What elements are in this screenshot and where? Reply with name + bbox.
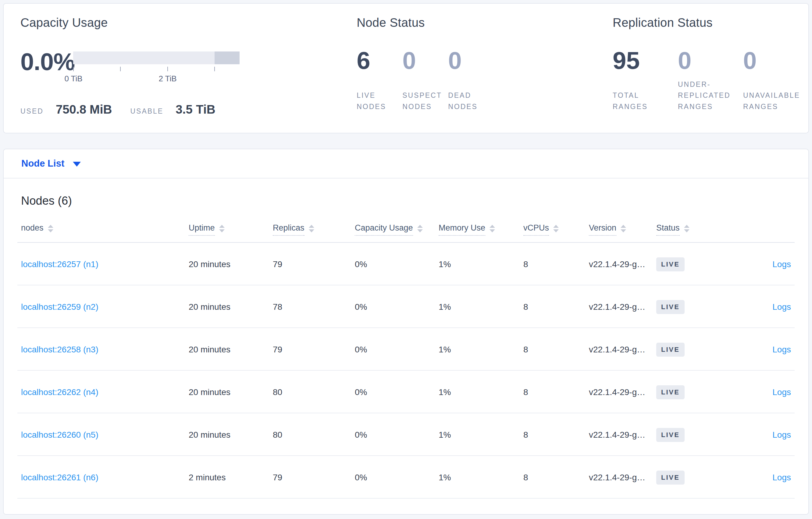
replicas-cell: 79 [273, 345, 355, 355]
table-row: localhost:26259 (n2) 20 minutes 78 0% 1%… [18, 285, 794, 328]
logs-link[interactable]: Logs [772, 260, 791, 269]
vcpus-cell: 8 [523, 345, 589, 355]
capacity-cell: 0% [355, 345, 439, 355]
nodes-table-area: Nodes (6) nodes Uptime Replicas Capacity… [4, 194, 808, 498]
nodes-count-heading: Nodes (6) [21, 194, 794, 207]
node-cell: localhost:26259 (n2) [18, 302, 189, 312]
replication-status-title: Replication Status [613, 16, 808, 30]
status-badge: LIVE [656, 300, 685, 314]
header-version[interactable]: Version [589, 223, 656, 236]
node-list-dropdown-label: Node List [21, 158, 64, 169]
table-row: localhost:26262 (n4) 20 minutes 80 0% 1%… [18, 371, 794, 413]
node-cell: localhost:26258 (n3) [18, 345, 189, 355]
sort-icon [417, 225, 423, 233]
status-cell: LIVE [656, 385, 724, 399]
node-list-panel: Node List Nodes (6) nodes Uptime Replica… [3, 149, 809, 515]
logs-cell: Logs [724, 388, 794, 397]
table-row: localhost:26257 (n1) 20 minutes 79 0% 1%… [18, 243, 794, 285]
logs-cell: Logs [724, 473, 794, 483]
logs-link[interactable]: Logs [772, 345, 791, 355]
status-cell: LIVE [656, 428, 724, 442]
unavailable-ranges-label-text: UNAVAILABLE RANGES [743, 90, 804, 112]
header-nodes-label: nodes [21, 223, 44, 235]
uptime-cell: 20 minutes [189, 260, 273, 269]
logs-cell: Logs [724, 260, 794, 269]
memory-cell: 1% [439, 302, 523, 312]
node-link[interactable]: localhost:26258 (n3) [21, 345, 98, 354]
uptime-cell: 20 minutes [189, 388, 273, 397]
axis-label-zero: 0 TiB [57, 74, 90, 84]
sort-icon [684, 225, 690, 233]
header-status[interactable]: Status [656, 223, 724, 236]
capacity-usage-title: Capacity Usage [21, 16, 343, 30]
version-cell: v22.1.4-29-g… [589, 388, 656, 397]
table-row: localhost:26258 (n3) 20 minutes 79 0% 1%… [18, 328, 794, 371]
capacity-axis-ticks [73, 67, 239, 72]
total-ranges-label-text: TOTAL RANGES [613, 90, 674, 112]
sort-icon [553, 225, 559, 233]
node-list-dropdown[interactable]: Node List [4, 149, 808, 179]
total-ranges-label: TOTAL RANGES [613, 90, 678, 112]
dead-nodes-label-text: DEAD NODES [448, 90, 494, 112]
node-status-title: Node Status [357, 16, 599, 30]
memory-cell: 1% [439, 388, 523, 397]
live-nodes-label-text: LIVE NODES [357, 90, 402, 112]
logs-link[interactable]: Logs [772, 388, 791, 397]
logs-link[interactable]: Logs [772, 473, 791, 483]
capacity-usage-section: Capacity Usage 0.0% 0 TiB 2 TiB [4, 4, 343, 133]
logs-link[interactable]: Logs [772, 430, 791, 440]
sort-icon [309, 225, 314, 233]
header-memory-use-label: Memory Use [439, 223, 485, 236]
header-nodes[interactable]: nodes [18, 223, 189, 235]
replicas-cell: 80 [273, 430, 355, 440]
memory-cell: 1% [439, 430, 523, 440]
memory-cell: 1% [439, 473, 523, 483]
vcpus-cell: 8 [523, 473, 589, 483]
capacity-cell: 0% [355, 473, 439, 483]
sort-icon [48, 225, 53, 233]
nodes-table-header-row: nodes Uptime Replicas Capacity Usage Mem… [18, 223, 794, 243]
node-cell: localhost:26262 (n4) [18, 388, 189, 397]
suspect-nodes-label-text: SUSPECT NODES [402, 90, 448, 112]
status-badge: LIVE [656, 428, 685, 442]
status-cell: LIVE [656, 300, 724, 314]
status-cell: LIVE [656, 470, 724, 485]
axis-tick [73, 67, 74, 71]
replicas-cell: 80 [273, 388, 355, 397]
logs-link[interactable]: Logs [772, 302, 791, 312]
node-link[interactable]: localhost:26260 (n5) [21, 430, 98, 439]
capacity-cell: 0% [355, 302, 439, 312]
header-uptime[interactable]: Uptime [189, 223, 273, 236]
node-cell: localhost:26261 (n6) [18, 473, 189, 483]
live-nodes-count: 6 [357, 49, 402, 73]
under-replicated-ranges-label-text: UNDER-REPLICATED RANGES [678, 79, 739, 112]
capacity-cell: 0% [355, 430, 439, 440]
header-replicas[interactable]: Replicas [273, 223, 355, 236]
replication-status-section: Replication Status 95 0 0 TOTAL RANGES U… [599, 4, 808, 133]
capacity-bar-end-segment [214, 52, 239, 64]
logs-cell: Logs [724, 302, 794, 312]
header-vcpus[interactable]: vCPUs [523, 223, 589, 236]
status-cell: LIVE [656, 257, 724, 271]
header-memory-use[interactable]: Memory Use [439, 223, 523, 236]
capacity-cell: 0% [355, 388, 439, 397]
replicas-cell: 78 [273, 302, 355, 312]
under-replicated-ranges-label: UNDER-REPLICATED RANGES [678, 79, 743, 112]
node-link[interactable]: localhost:26262 (n4) [21, 388, 98, 397]
status-badge: LIVE [656, 257, 685, 271]
capacity-cell: 0% [355, 260, 439, 269]
replicas-cell: 79 [273, 473, 355, 483]
node-cell: localhost:26257 (n1) [18, 260, 189, 269]
suspect-nodes-label: SUSPECT NODES [402, 90, 448, 112]
under-replicated-ranges-count: 0 [678, 49, 743, 73]
node-link[interactable]: localhost:26257 (n1) [21, 260, 98, 269]
version-cell: v22.1.4-29-g… [589, 345, 656, 355]
memory-cell: 1% [439, 345, 523, 355]
header-capacity-usage[interactable]: Capacity Usage [355, 223, 439, 236]
node-link[interactable]: localhost:26259 (n2) [21, 302, 98, 312]
axis-tick [214, 67, 215, 71]
node-link[interactable]: localhost:26261 (n6) [21, 473, 98, 482]
version-cell: v22.1.4-29-g… [589, 260, 656, 269]
sort-icon [490, 225, 495, 233]
capacity-bar [73, 52, 239, 64]
